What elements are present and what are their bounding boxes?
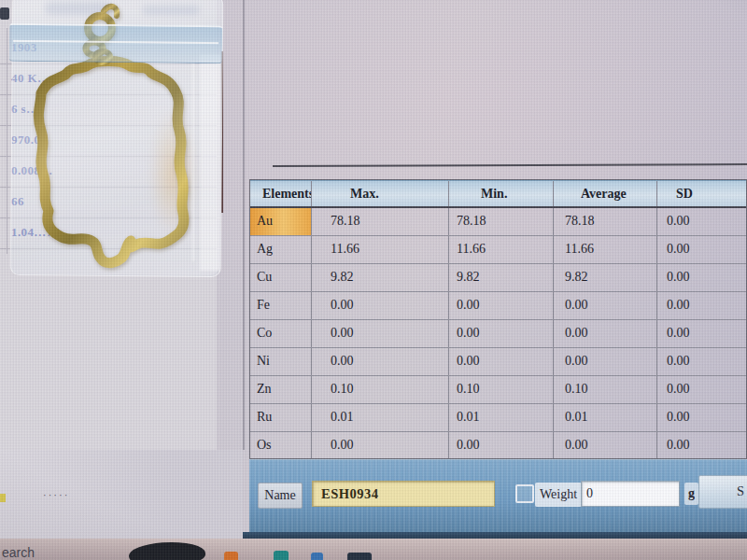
taskbar-app-icon-navy[interactable] xyxy=(347,553,372,560)
sample-info-panel: Name ESH0934 Weight 0 g S xyxy=(249,459,747,535)
sd-cell: 0.00 xyxy=(657,376,746,403)
max-cell: 0.00 xyxy=(312,320,449,347)
table-row-ni[interactable]: Ni 0.00 0.00 0.00 0.00 xyxy=(250,348,746,376)
xrf-analyzer-screen: 1903 40 K… 6 s… 970.0 0.008… 66 1.04…77 xyxy=(0,0,747,560)
min-cell: 0.00 xyxy=(449,348,554,375)
dark-foreground-object xyxy=(128,539,206,560)
results-table: Elements Max. Min. Average SD Au 78.18 7… xyxy=(249,179,747,459)
ellipsis-dots: ····· xyxy=(43,489,69,500)
sd-cell: 0.00 xyxy=(657,264,746,291)
name-input[interactable]: ESH0934 xyxy=(312,481,495,507)
element-cell: Ni xyxy=(250,348,312,375)
max-cell: 11.66 xyxy=(312,236,449,263)
column-header-min: Min. xyxy=(449,181,554,206)
weight-label: Weight xyxy=(535,483,582,507)
taskbar-app-icon-teal[interactable] xyxy=(274,551,289,560)
sd-cell: 0.00 xyxy=(657,292,746,319)
min-cell: 78.18 xyxy=(449,208,554,235)
table-row-fe[interactable]: Fe 0.00 0.00 0.00 0.00 xyxy=(250,292,746,320)
table-header-row: Elements Max. Min. Average SD xyxy=(250,180,746,208)
sd-cell: 0.00 xyxy=(657,208,746,235)
average-cell: 0.10 xyxy=(554,376,657,403)
max-cell: 0.01 xyxy=(312,404,449,431)
table-row-ru[interactable]: Ru 0.01 0.01 0.01 0.00 xyxy=(250,404,746,432)
average-cell: 11.66 xyxy=(554,236,657,263)
weight-unit-label: g xyxy=(684,483,698,505)
table-row-co[interactable]: Co 0.00 0.00 0.00 0.00 xyxy=(250,320,746,348)
average-cell: 0.01 xyxy=(554,404,657,431)
plastic-bag-seal xyxy=(9,23,222,63)
min-cell: 0.01 xyxy=(449,404,554,431)
average-cell: 9.82 xyxy=(554,264,657,291)
column-header-sd: SD xyxy=(657,181,746,206)
taskbar: earch xyxy=(0,539,747,560)
min-cell: 9.82 xyxy=(449,264,554,291)
max-cell: 0.00 xyxy=(312,348,449,375)
table-row-au[interactable]: Au 78.18 78.18 78.18 0.00 xyxy=(250,208,746,236)
weight-checkbox[interactable] xyxy=(515,484,534,503)
column-header-max: Max. xyxy=(312,181,449,206)
panel-divider xyxy=(243,0,245,450)
pendant-frame xyxy=(38,62,184,263)
average-cell: 0.00 xyxy=(554,292,657,319)
column-header-elements: Elements xyxy=(250,181,312,206)
max-cell: 78.18 xyxy=(312,208,449,235)
element-cell: Fe xyxy=(250,292,312,319)
min-cell: 0.00 xyxy=(449,292,554,319)
element-cell: Ag xyxy=(250,236,312,263)
taskbar-search-text[interactable]: earch xyxy=(2,545,35,560)
window-corner-mark xyxy=(0,7,9,20)
plastic-bag-fold xyxy=(192,62,194,261)
element-cell: Ru xyxy=(250,404,312,431)
average-cell: 0.00 xyxy=(554,320,657,347)
element-cell: Cu xyxy=(250,264,312,291)
horizontal-separator xyxy=(273,163,747,167)
column-header-average: Average xyxy=(554,181,657,206)
table-row-cu[interactable]: Cu 9.82 9.82 9.82 0.00 xyxy=(250,264,746,292)
taskbar-app-icon-orange[interactable] xyxy=(224,552,238,560)
sd-cell: 0.00 xyxy=(657,236,746,263)
sd-cell: 0.00 xyxy=(657,432,746,459)
sd-cell: 0.00 xyxy=(657,348,746,375)
weight-input[interactable]: 0 xyxy=(581,481,680,507)
element-cell: Zn xyxy=(250,376,312,403)
min-cell: 0.00 xyxy=(449,432,554,459)
table-row-ag[interactable]: Ag 11.66 11.66 11.66 0.00 xyxy=(250,236,746,264)
max-cell: 9.82 xyxy=(312,264,449,291)
table-row-os[interactable]: Os 0.00 0.00 0.00 0.00 xyxy=(250,432,746,459)
max-cell: 0.00 xyxy=(312,292,449,319)
sd-cell: 0.00 xyxy=(657,320,746,347)
sd-cell: 0.00 xyxy=(657,404,746,431)
min-cell: 0.10 xyxy=(449,376,554,403)
action-button-partial[interactable]: S xyxy=(698,475,747,509)
yellow-marker xyxy=(0,494,6,502)
min-cell: 0.00 xyxy=(449,320,554,347)
max-cell: 0.00 xyxy=(312,432,449,459)
table-row-zn[interactable]: Zn 0.10 0.10 0.10 0.00 xyxy=(250,376,746,404)
average-cell: 78.18 xyxy=(554,208,657,235)
average-cell: 0.00 xyxy=(554,432,657,459)
element-cell: Co xyxy=(250,320,312,347)
average-cell: 0.00 xyxy=(554,348,657,375)
desktop-area: ····· xyxy=(0,450,243,539)
element-cell: Os xyxy=(250,432,312,459)
max-cell: 0.10 xyxy=(312,376,449,403)
element-cell-highlighted: Au xyxy=(250,208,312,235)
taskbar-app-icon-blue[interactable] xyxy=(311,553,323,560)
name-label: Name xyxy=(258,483,303,509)
min-cell: 11.66 xyxy=(449,236,554,263)
